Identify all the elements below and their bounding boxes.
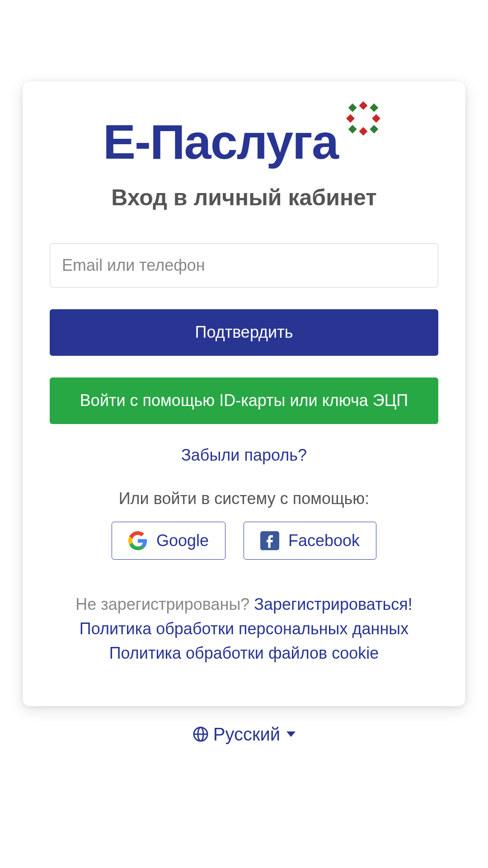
logo: Е-Паслуга [103,118,385,166]
google-login-button[interactable]: Google [112,522,225,560]
google-icon [128,531,147,550]
logo-ornament-icon [342,97,385,140]
privacy-policy-link[interactable]: Политика обработки персональных данных [80,619,408,638]
chevron-down-icon [286,731,296,737]
register-prompt: Не зарегистрированы? [75,595,254,613]
facebook-login-button[interactable]: Facebook [244,522,376,560]
page-title: Вход в личный кабинет [111,184,377,211]
language-switcher[interactable]: Русский [192,724,296,745]
svg-rect-1 [348,125,357,133]
svg-rect-5 [372,114,380,123]
svg-rect-3 [370,125,378,133]
footer-links: Не зарегистрированы? Зарегистрироваться!… [75,592,412,665]
facebook-label: Facebook [288,531,360,550]
svg-rect-6 [346,114,355,123]
cookie-policy-link[interactable]: Политика обработки файлов cookie [109,644,379,662]
login-input[interactable] [50,243,438,288]
svg-rect-2 [348,104,357,112]
logo-text: Е-Паслуга [103,118,338,166]
svg-rect-0 [370,104,378,112]
social-buttons-row: Google Facebook [112,522,376,560]
submit-button[interactable]: Подтвердить [50,309,438,356]
login-card: Е-Паслуга Вход в личный кабинет Подтверд… [23,81,465,706]
id-card-login-button[interactable]: Войти с помощью ID-карты или ключа ЭЦП [50,377,438,424]
svg-rect-7 [359,127,368,136]
facebook-icon [260,531,279,550]
social-login-label: Или войти в систему с помощью: [119,489,370,508]
svg-rect-4 [359,101,368,110]
google-label: Google [156,531,209,550]
register-link[interactable]: Зарегистрироваться! [254,595,412,613]
forgot-password-link[interactable]: Забыли пароль? [181,446,307,465]
language-current: Русский [213,724,280,745]
globe-icon [192,726,209,742]
